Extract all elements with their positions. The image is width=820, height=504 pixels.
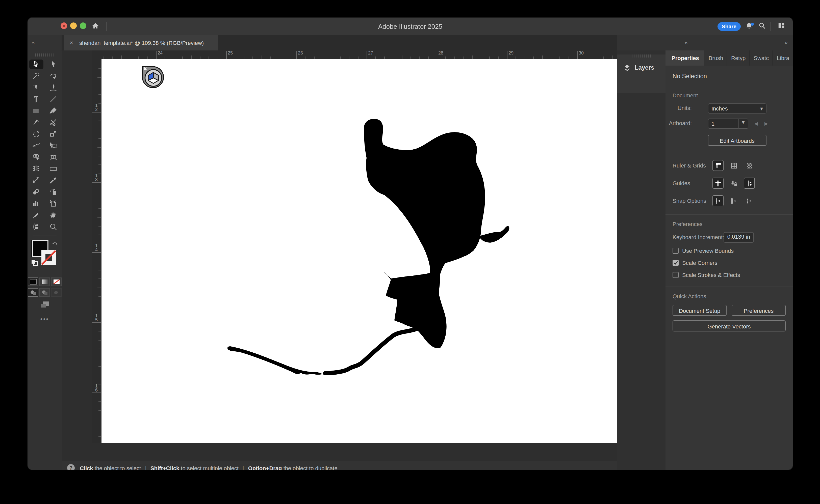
tool-artboard[interactable]: [46, 199, 60, 208]
tool-pen[interactable]: [29, 83, 43, 92]
tool-slice[interactable]: [29, 210, 43, 220]
tool-lasso[interactable]: [46, 71, 60, 81]
snap-grid-button[interactable]: [728, 195, 739, 206]
draw-inside-button[interactable]: [51, 288, 62, 297]
tool-width[interactable]: [29, 141, 43, 150]
artboard[interactable]: [101, 59, 638, 443]
edit-artboards-button[interactable]: Edit Artboards: [708, 135, 767, 146]
document-tabstrip: × sheridan_template.ai* @ 109.38 % (RGB/…: [62, 35, 617, 50]
ruler-tick: [174, 57, 174, 59]
checkbox-use-preview-bounds[interactable]: Use Preview Bounds: [673, 247, 786, 254]
tool-shaper[interactable]: [29, 118, 43, 127]
tab-retyp[interactable]: Retyp: [727, 50, 749, 66]
search-icon[interactable]: [758, 22, 766, 31]
screen-mode-button[interactable]: [28, 301, 62, 309]
tool-direct-selection[interactable]: [46, 60, 60, 69]
tool-scale[interactable]: [46, 129, 60, 139]
draw-behind-button[interactable]: [39, 288, 50, 297]
tool-eyedropper[interactable]: [46, 176, 60, 185]
keyboard-increment-field[interactable]: 0.0139 in: [724, 232, 754, 243]
tab-brush[interactable]: Brush: [704, 50, 727, 66]
tool-line-segment[interactable]: [46, 94, 60, 104]
tool-curvature[interactable]: [46, 83, 60, 92]
workspace-layout-icon[interactable]: [778, 22, 785, 31]
unchecked-checkbox-icon: [673, 247, 679, 254]
snap-point-button[interactable]: [713, 195, 724, 206]
snap-guides-button[interactable]: [744, 178, 755, 189]
grid-button[interactable]: [728, 160, 739, 171]
ruler-tick: [226, 51, 227, 59]
tool-zoom[interactable]: [46, 222, 60, 232]
checkbox-scale-strokes-effects[interactable]: Scale Strokes & Effects: [673, 271, 786, 278]
toolbar-collapse[interactable]: «: [28, 35, 62, 50]
tool-paintbrush[interactable]: [46, 106, 60, 116]
tool-magic-wand[interactable]: [29, 71, 43, 81]
artwork-badge-icon[interactable]: [141, 66, 164, 89]
layers-grip[interactable]: [632, 54, 651, 58]
dock-collapse-icon[interactable]: «: [685, 39, 688, 45]
edit-toolbar-button[interactable]: •••: [28, 316, 62, 322]
tool-mesh[interactable]: [29, 164, 43, 174]
preferences-button[interactable]: Preferences: [732, 305, 786, 316]
tool-selection[interactable]: [29, 60, 43, 69]
checkbox-scale-corners[interactable]: Scale Corners: [673, 259, 786, 266]
stroke-swatch[interactable]: [41, 250, 56, 265]
ruler-tick: [98, 191, 101, 191]
help-icon[interactable]: ?: [67, 464, 75, 470]
lock-guides-button[interactable]: [728, 178, 739, 189]
tool-type[interactable]: [29, 94, 43, 104]
draw-normal-button[interactable]: [28, 288, 38, 297]
symbol-sprayer-tool-icon: [49, 188, 58, 196]
tool-scissors[interactable]: [46, 118, 60, 127]
next-artboard-prop-icon[interactable]: ▶: [765, 121, 768, 126]
share-button[interactable]: Share: [718, 22, 741, 31]
prev-artboard-prop-icon[interactable]: ◀: [754, 121, 758, 126]
hint-key: Click: [80, 465, 93, 470]
tool-measure[interactable]: [29, 176, 43, 185]
ruler-origin-corner[interactable]: [92, 50, 101, 60]
tool-perspective-grid[interactable]: [46, 152, 60, 162]
ruler-tick: [97, 147, 101, 148]
show-guides-button[interactable]: [713, 178, 724, 189]
document-tab[interactable]: × sheridan_template.ai* @ 109.38 % (RGB/…: [64, 35, 218, 50]
selection-status: No Selection: [673, 73, 786, 80]
gradient-tool-icon: [49, 164, 58, 173]
transparency-grid-button[interactable]: [744, 160, 755, 171]
tab-swatc[interactable]: Swatc: [749, 50, 772, 66]
tool-free-transform[interactable]: [46, 141, 60, 150]
ruler-tick: [437, 51, 437, 59]
horizontal-ruler[interactable]: 24252627282930: [101, 50, 617, 60]
layers-label: Layers: [635, 64, 654, 71]
none-mode-button[interactable]: [51, 277, 62, 286]
document-setup-button[interactable]: Document Setup: [673, 305, 727, 316]
tool-symbol-sprayer[interactable]: [46, 187, 60, 197]
default-fill-stroke-icon[interactable]: [31, 259, 38, 266]
tool-rectangle[interactable]: [29, 106, 43, 116]
close-tab-icon[interactable]: ×: [70, 35, 73, 50]
ruler-tick: [98, 331, 101, 332]
tool-gradient[interactable]: [46, 164, 60, 174]
swap-fill-stroke-icon[interactable]: [51, 240, 58, 249]
units-select[interactable]: Inches ▾: [708, 103, 767, 114]
tool-column-graph[interactable]: [29, 199, 43, 208]
tool-shape-builder[interactable]: [29, 152, 43, 162]
vertical-ruler[interactable]: 1213141516: [92, 59, 101, 443]
type-tool-icon: [32, 95, 41, 103]
artboard-caret-icon[interactable]: ▾: [738, 119, 748, 129]
tool-blend[interactable]: [29, 187, 43, 197]
layers-panel-button[interactable]: Layers: [617, 54, 666, 93]
toolbar-grip[interactable]: [35, 53, 54, 57]
gradient-mode-button[interactable]: [39, 277, 50, 286]
artwork-shape[interactable]: [217, 110, 519, 375]
tool-hand[interactable]: [46, 210, 60, 220]
color-mode-button[interactable]: [28, 277, 38, 286]
panel-collapse-icon[interactable]: »: [785, 39, 788, 45]
generate-vectors-button[interactable]: Generate Vectors: [673, 320, 786, 331]
ruler-corner-button[interactable]: [713, 160, 724, 171]
snap-pixel-button[interactable]: [744, 195, 755, 206]
tool-print-tiling[interactable]: [29, 222, 43, 232]
row-ruler-grids: Ruler & Grids: [673, 160, 786, 172]
tool-rotate[interactable]: [29, 129, 43, 139]
tab-libra[interactable]: Libra: [772, 50, 793, 66]
tab-properties[interactable]: Properties: [666, 50, 704, 66]
